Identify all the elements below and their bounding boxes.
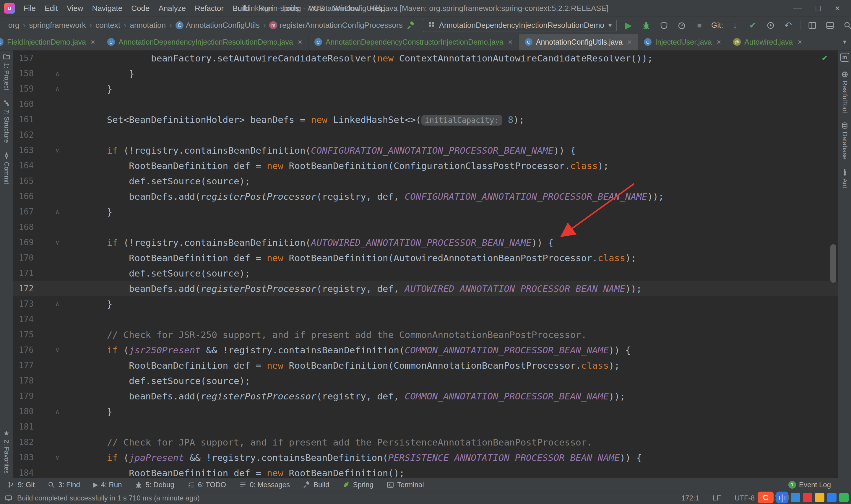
run-config-select[interactable]: AnnotationDependencyInjectionResolutionD…	[423, 19, 617, 32]
menu-view[interactable]: View	[62, 0, 88, 17]
tab-close-button[interactable]	[798, 37, 802, 47]
tab-close-button[interactable]	[627, 37, 632, 47]
menu-refactor[interactable]: Refactor	[190, 0, 228, 17]
fold-start-icon[interactable]: ∨	[34, 450, 81, 465]
toolwindow-database-button[interactable]: Database	[841, 122, 849, 160]
menu-edit[interactable]: Edit	[40, 0, 62, 17]
toolwindow-ant-button[interactable]: Ant	[841, 168, 849, 188]
file-encoding[interactable]: UTF-8	[735, 494, 755, 502]
breadcrumb-org[interactable]: org	[6, 21, 22, 30]
fold-start-icon[interactable]: ∨	[34, 235, 81, 250]
code-line-170[interactable]: 170 RootBeanDefinition def = new RootBea…	[13, 250, 838, 266]
code-line-172[interactable]: 172 beanDefs.add(registerPostProcessor(r…	[13, 281, 838, 296]
tab-close-button[interactable]	[717, 37, 721, 47]
code-line-168[interactable]: 168	[13, 219, 838, 235]
toolwindow-switcher-icon[interactable]	[5, 494, 13, 502]
event-log-button[interactable]: 1 Event Log	[789, 481, 844, 489]
code-line-159[interactable]: 159∧ }	[13, 81, 838, 96]
coverage-button[interactable]	[658, 19, 670, 31]
layout-left-button[interactable]	[807, 19, 818, 31]
toolwindow-favorites-button[interactable]: ★ 2: Favorites	[3, 430, 10, 473]
caret-position[interactable]: 172:1	[682, 494, 699, 502]
toolwindow-commit-button[interactable]: Commit	[3, 152, 10, 184]
code-line-182[interactable]: 182 // Check for JPA support, and if pre…	[13, 435, 838, 450]
stop-button[interactable]: ■	[693, 19, 705, 31]
breadcrumb-springframework[interactable]: springframework	[26, 21, 88, 30]
tab-fieldinjectiondemo[interactable]: C FieldInjectionDemo.java	[0, 34, 101, 50]
code-line-174[interactable]: 174	[13, 312, 838, 327]
code-line-183[interactable]: 183∨ if (jpaPresent && !registry.contain…	[13, 450, 838, 465]
menu-file[interactable]: File	[19, 0, 40, 17]
maximize-button[interactable]: □	[809, 3, 828, 13]
fold-end-icon[interactable]: ∧	[34, 404, 81, 419]
breadcrumb-annotation[interactable]: annotation	[128, 21, 168, 30]
tab-annotationconfigutils[interactable]: C AnnotationConfigUtils.java	[519, 34, 638, 50]
code-line-171[interactable]: 171 def.setSource(source);	[13, 266, 838, 281]
toolwindow-restfultool-button[interactable]: RestfulTool	[841, 71, 849, 113]
code-line-177[interactable]: 177 RootBeanDefinition def = new RootBea…	[13, 358, 838, 373]
git-history-button[interactable]	[765, 19, 777, 31]
profiler-button[interactable]	[676, 19, 688, 31]
code-line-165[interactable]: 165 def.setSource(source);	[13, 174, 838, 189]
toolwindow-git-button[interactable]: 9: Git	[7, 481, 35, 489]
menu-navigate[interactable]: Navigate	[88, 0, 127, 17]
toolwindow-todo-button[interactable]: 6: TODO	[187, 481, 226, 489]
toolwindow-terminal-button[interactable]: Terminal	[386, 481, 424, 489]
fold-start-icon[interactable]: ∨	[34, 342, 81, 358]
toolwindow-maven-button[interactable]: m	[840, 53, 849, 62]
toolwindow-structure-button[interactable]: 7: Structure	[3, 99, 10, 143]
code-line-162[interactable]: 162	[13, 127, 838, 143]
layout-bottom-button[interactable]	[824, 19, 836, 31]
toolwindow-find-button[interactable]: 3: Find	[48, 481, 80, 489]
code-line-181[interactable]: 181	[13, 419, 838, 435]
toolwindow-project-button[interactable]: 1: Project	[3, 53, 10, 90]
code-line-180[interactable]: 180∧ }	[13, 404, 838, 419]
fold-end-icon[interactable]: ∧	[34, 204, 81, 219]
inspections-ok-icon[interactable]: ✔	[822, 52, 827, 62]
code-line-175[interactable]: 175 // Check for JSR-250 support, and if…	[13, 327, 838, 342]
run-button[interactable]: ▶	[622, 19, 634, 31]
breadcrumb-context[interactable]: context	[93, 21, 123, 30]
fold-end-icon[interactable]: ∧	[34, 296, 81, 312]
code-line-173[interactable]: 173∧ }	[13, 296, 838, 312]
tab-annotationdependencyinjectionresolutiondemo[interactable]: C AnnotationDependencyInjectionResolutio…	[101, 34, 308, 50]
hidden-tabs-chevron-icon[interactable]: ▾	[838, 34, 851, 50]
tab-annotationdependencyconstructorinjectiondemo[interactable]: C AnnotationDependencyConstructorInjecti…	[308, 34, 519, 50]
code-line-169[interactable]: 169∨ if (!registry.containsBeanDefinitio…	[13, 235, 838, 250]
code-line-179[interactable]: 179 beanDefs.add(registerPostProcessor(r…	[13, 389, 838, 404]
tab-injecteduser[interactable]: C InjectedUser.java	[638, 34, 727, 50]
tab-close-button[interactable]	[91, 37, 95, 47]
code-line-167[interactable]: 167∧ }	[13, 204, 838, 219]
code-line-164[interactable]: 164 RootBeanDefinition def = new RootBea…	[13, 158, 838, 174]
line-separator[interactable]: LF	[713, 494, 721, 502]
code-line-166[interactable]: 166 beanDefs.add(registerPostProcessor(r…	[13, 189, 838, 204]
close-button[interactable]: ×	[828, 3, 847, 13]
git-update-button[interactable]: ↓	[729, 19, 741, 31]
search-everywhere-button[interactable]	[842, 19, 851, 31]
code-line-163[interactable]: 163∨ if (!registry.containsBeanDefinitio…	[13, 143, 838, 158]
toolwindow-run-button[interactable]: ▶ 4: Run	[93, 481, 122, 489]
fold-end-icon[interactable]: ∧	[34, 66, 81, 81]
menu-analyze[interactable]: Analyze	[154, 0, 190, 17]
code-line-184[interactable]: 184 RootBeanDefinition def = new RootBea…	[13, 465, 838, 478]
code-line-157[interactable]: 157 beanFactory.setAutowireCandidateReso…	[13, 51, 838, 66]
code-line-160[interactable]: 160	[13, 96, 838, 112]
code-line-158[interactable]: 158∧ }	[13, 66, 838, 81]
editor-scrollbar-thumb[interactable]	[830, 244, 836, 283]
debug-button[interactable]	[640, 19, 652, 31]
git-commit-button[interactable]: ✔	[747, 19, 759, 31]
tab-autowired[interactable]: @ Autowired.java	[727, 34, 808, 50]
toolwindow-debug-button[interactable]: 5: Debug	[135, 481, 174, 489]
code-line-176[interactable]: 176∨ if (jsr250Present && !registry.cont…	[13, 342, 838, 358]
code-line-161[interactable]: 161 Set<BeanDefinitionHolder> beanDefs =…	[13, 112, 838, 127]
toolwindow-spring-button[interactable]: Spring	[342, 481, 373, 489]
toolwindow-messages-button[interactable]: 0: Messages	[239, 481, 290, 489]
menu-code[interactable]: Code	[127, 0, 154, 17]
fold-start-icon[interactable]: ∨	[34, 143, 81, 158]
build-hammer-button[interactable]	[405, 19, 417, 31]
breadcrumb-class[interactable]: C AnnotationConfigUtils	[173, 21, 262, 30]
fold-end-icon[interactable]: ∧	[34, 81, 81, 96]
toolwindow-build-button[interactable]: Build	[303, 481, 329, 489]
tab-close-button[interactable]	[508, 37, 513, 47]
code-editor[interactable]: 157 beanFactory.setAutowireCandidateReso…	[13, 51, 838, 478]
